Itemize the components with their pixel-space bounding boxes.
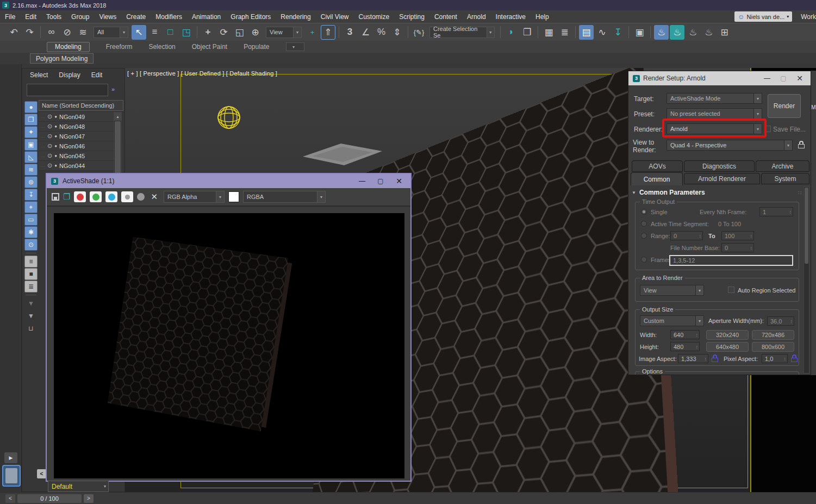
menu-edit[interactable]: Edit bbox=[20, 10, 41, 23]
filter-geometry-icon[interactable]: ● bbox=[24, 101, 38, 113]
menu-create[interactable]: Create bbox=[121, 10, 151, 23]
menu-help[interactable]: Help bbox=[531, 10, 554, 23]
snaps-toggle-icon[interactable]: + bbox=[305, 25, 320, 40]
filter-containers-icon[interactable]: ▭ bbox=[24, 214, 38, 226]
alpha-channel-button[interactable] bbox=[137, 193, 145, 201]
select-by-name-icon[interactable]: ≡ bbox=[147, 25, 162, 40]
clear-image-icon[interactable]: ✕ bbox=[148, 192, 160, 202]
explorer-collapse-button[interactable]: < bbox=[37, 469, 46, 478]
preset-dropdown[interactable]: No preset selected ▾ bbox=[666, 108, 762, 119]
minimize-icon[interactable]: — bbox=[355, 174, 369, 188]
select-object-icon[interactable]: ↖ bbox=[132, 25, 146, 40]
redo-icon[interactable]: ↷ bbox=[22, 25, 37, 40]
select-link-icon[interactable]: ∞ bbox=[44, 25, 59, 40]
aperture-width-spinner[interactable]: 36,0 ↕ bbox=[767, 316, 794, 326]
filter-shapes-icon[interactable]: ❐ bbox=[24, 114, 38, 126]
dot-icon[interactable]: ● bbox=[54, 114, 57, 119]
reference-coordinate-dropdown[interactable]: View ▾ bbox=[266, 27, 302, 38]
render-setup-icon[interactable]: ♨ bbox=[654, 25, 669, 40]
minimize-icon[interactable]: — bbox=[761, 71, 774, 85]
window-crossing-icon[interactable]: ◳ bbox=[179, 25, 194, 40]
dot-icon[interactable]: ● bbox=[54, 163, 57, 168]
eye-icon[interactable]: ⊙ bbox=[47, 133, 52, 140]
mirror-icon[interactable]: ◗ bbox=[504, 25, 519, 40]
save-file-browse[interactable]: ... bbox=[800, 126, 806, 133]
viewport-label[interactable]: [ + ] [ Perspective ] [ User Defined ] [… bbox=[127, 70, 277, 77]
tab-diagnostics[interactable]: Diagnostics bbox=[684, 160, 755, 172]
view-lock-icon[interactable] bbox=[798, 141, 805, 148]
eye-icon[interactable]: ⊙ bbox=[47, 142, 52, 150]
preset-640x480-button[interactable]: 640x480 bbox=[706, 342, 749, 352]
render-button[interactable]: Render bbox=[768, 94, 801, 118]
target-dropdown[interactable]: ActiveShade Mode ▾ bbox=[666, 93, 762, 104]
list-item[interactable]: … ⊙ ● NGon045 bbox=[39, 151, 114, 161]
menu-rendering[interactable]: Rendering bbox=[276, 10, 315, 23]
range-to-spinner[interactable]: 100 ↕ bbox=[721, 231, 754, 240]
area-to-render-dropdown[interactable]: View ▾ bbox=[640, 285, 704, 296]
maximize-icon[interactable]: ▢ bbox=[373, 174, 388, 188]
schematic-view-icon[interactable]: ↧ bbox=[611, 25, 625, 40]
ribbon-overflow-dropdown[interactable]: ▾ bbox=[286, 42, 304, 51]
current-frame-button[interactable]: 0 / 100 bbox=[17, 494, 82, 503]
frames-radio[interactable] bbox=[641, 257, 647, 263]
blue-channel-button[interactable] bbox=[105, 191, 117, 202]
next-frame-button[interactable]: > bbox=[84, 494, 94, 503]
ribbon-toggle-icon[interactable]: ▤ bbox=[579, 25, 594, 40]
close-icon[interactable]: ✕ bbox=[793, 71, 806, 85]
selection-filter-dropdown[interactable]: All ▾ bbox=[94, 27, 128, 38]
workspaces-label[interactable]: Work bbox=[792, 13, 816, 21]
explorer-menu-display[interactable]: Display bbox=[59, 71, 80, 79]
mono-channel-button[interactable] bbox=[121, 191, 133, 202]
menu-animation[interactable]: Animation bbox=[187, 10, 226, 23]
file-number-base-spinner[interactable]: 0 ↕ bbox=[721, 243, 754, 252]
tab-system[interactable]: System bbox=[761, 173, 809, 184]
maxscript-editor-icon[interactable]: {✎} bbox=[412, 25, 426, 40]
dot-icon[interactable]: ● bbox=[54, 144, 57, 148]
menu-file[interactable]: File bbox=[0, 10, 20, 23]
spinner-snap-icon[interactable]: ⇕ bbox=[390, 25, 404, 40]
auto-region-checkbox[interactable] bbox=[728, 287, 734, 293]
filter-funnel-icon[interactable]: ▼ bbox=[24, 310, 38, 322]
pixel-aspect-lock-icon[interactable] bbox=[791, 354, 798, 362]
menu-arnold[interactable]: Arnold bbox=[462, 10, 491, 23]
green-channel-button[interactable] bbox=[90, 191, 102, 202]
angle-snap-icon[interactable]: ∠ bbox=[358, 25, 373, 40]
dot-icon[interactable]: ● bbox=[54, 124, 57, 129]
range-radio[interactable] bbox=[641, 233, 647, 239]
viewport-layout-button[interactable] bbox=[2, 465, 21, 487]
detail-view-icon[interactable]: ≣ bbox=[24, 281, 38, 293]
filter-gear-icon[interactable]: ▼ bbox=[24, 297, 38, 309]
tab-populate[interactable]: Populate bbox=[244, 43, 269, 51]
width-spinner[interactable]: 640 ↕ bbox=[670, 330, 700, 339]
select-place-icon[interactable]: ⊕ bbox=[248, 25, 263, 40]
menu-scripting[interactable]: Scripting bbox=[394, 10, 429, 23]
menu-content[interactable]: Content bbox=[429, 10, 462, 23]
tab-selection[interactable]: Selection bbox=[148, 43, 175, 51]
prev-frame-button[interactable]: < bbox=[5, 494, 15, 503]
menu-tools[interactable]: Tools bbox=[41, 10, 66, 23]
render-gallery-icon[interactable]: ⊞ bbox=[717, 25, 732, 40]
pixel-aspect-spinner[interactable]: 1,0 ↕ bbox=[762, 354, 788, 363]
search-expand-icon[interactable]: » bbox=[111, 86, 115, 92]
frames-input[interactable]: 1,3,5-12 bbox=[669, 255, 793, 266]
filter-helpers-icon[interactable]: ◺ bbox=[24, 151, 38, 163]
activeshade-window[interactable]: 3 ActiveShade (1:1) — ▢ ✕ ❐ ✕ RGB Alpha … bbox=[46, 173, 412, 482]
thumb-view-icon[interactable]: ■ bbox=[24, 268, 38, 280]
dot-icon[interactable]: ● bbox=[54, 134, 57, 139]
close-icon[interactable]: ✕ bbox=[392, 174, 406, 188]
tab-arnold-renderer[interactable]: Arnold Renderer bbox=[684, 173, 760, 184]
list-item[interactable]: … ⊙ ● NGon044 bbox=[39, 161, 114, 171]
select-move-icon[interactable]: + bbox=[201, 25, 215, 40]
undo-icon[interactable]: ↶ bbox=[7, 25, 21, 40]
bind-spacewarp-icon[interactable]: ≋ bbox=[76, 25, 90, 40]
maximize-icon[interactable]: ▢ bbox=[777, 71, 790, 85]
render-in-cloud-icon[interactable]: ♨ bbox=[701, 25, 716, 40]
height-spinner[interactable]: 480 ↕ bbox=[670, 342, 700, 351]
rect-selection-region-icon[interactable]: □ bbox=[163, 25, 178, 40]
list-item[interactable]: … ⊙ ● NGon046 bbox=[39, 141, 114, 151]
list-view-icon[interactable]: ≡ bbox=[24, 256, 38, 267]
range-from-spinner[interactable]: 0 ↕ bbox=[670, 231, 703, 240]
filter-bones-icon[interactable]: ⌖ bbox=[24, 201, 38, 213]
image-aspect-lock-icon[interactable] bbox=[712, 354, 718, 362]
preset-320x240-button[interactable]: 320x240 bbox=[706, 330, 749, 340]
